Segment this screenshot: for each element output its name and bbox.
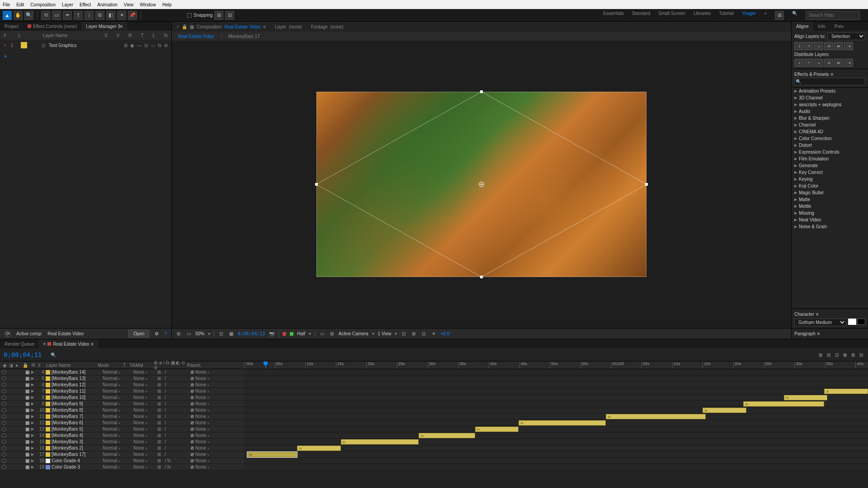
- parent-drop[interactable]: None ▾: [195, 420, 218, 425]
- visibility-toggle[interactable]: [2, 452, 6, 457]
- layer-bar[interactable]: In: [519, 420, 606, 426]
- expand-arrow[interactable]: ▶: [31, 459, 35, 463]
- blend-mode[interactable]: Normal ▾: [103, 414, 126, 419]
- trkmat[interactable]: None ▾: [133, 446, 156, 450]
- layer-color[interactable]: [46, 389, 50, 394]
- timeline-layer-row[interactable]: ▦▶12[MonkeyBars 6]Normal ▾None ▾⊞ / ⊘Non…: [0, 420, 868, 426]
- hand-tool[interactable]: ✋: [14, 11, 23, 20]
- fx-category[interactable]: ▶ Neat Video: [792, 216, 868, 223]
- align-hcenter[interactable]: ⫟: [804, 42, 813, 50]
- timeline-layer-row[interactable]: ▦▶19Color Grade 3Normal ▾None ▾⊞ / fx⊘No…: [0, 464, 868, 470]
- snap-opts2[interactable]: ⊟: [225, 11, 234, 20]
- roi-icon[interactable]: ▭: [319, 331, 325, 337]
- layer-color[interactable]: [46, 452, 50, 457]
- subtab-monkeybars[interactable]: MonkeyBars 17: [228, 34, 259, 39]
- anchor-point[interactable]: [479, 182, 484, 187]
- timeline-layer-row[interactable]: ▦▶5[MonkeyBars 13]Normal ▾None ▾⊞ / ⊘Non…: [0, 375, 868, 382]
- color-chip[interactable]: [21, 42, 27, 48]
- refresh-icon[interactable]: ⟳: [5, 331, 11, 337]
- blend-mode[interactable]: Normal ▾: [103, 376, 126, 381]
- visibility-toggle[interactable]: [2, 459, 6, 463]
- lock-icon[interactable]: 🔒: [182, 24, 187, 29]
- layer-switches[interactable]: ⊞ /: [157, 439, 189, 444]
- visibility-toggle[interactable]: [2, 433, 6, 438]
- parent-pick[interactable]: ⊘: [190, 465, 194, 469]
- parent-drop[interactable]: None ▾: [195, 433, 218, 438]
- trkmat[interactable]: None ▾: [133, 458, 156, 463]
- expand-arrow[interactable]: ▶: [31, 446, 35, 450]
- parent-drop[interactable]: None ▾: [195, 439, 218, 444]
- fx-category[interactable]: ▶ Expression Controls: [792, 149, 868, 155]
- layer-name[interactable]: [MonkeyBars 17]: [52, 452, 101, 457]
- link-icon2[interactable]: ⊘: [164, 43, 168, 48]
- fx-category[interactable]: ▶ Magic Bullet: [792, 189, 868, 196]
- menu-animation[interactable]: Animation: [97, 2, 117, 7]
- view-drop[interactable]: 1 View: [378, 331, 392, 336]
- open-button[interactable]: Open: [128, 330, 149, 338]
- expand-arrow[interactable]: ▶: [31, 389, 35, 393]
- selection-tool[interactable]: ▲: [3, 11, 12, 20]
- time-ruler[interactable]: :00s05s10s15s20s25s30s35s40s45s50s55s00;…: [244, 361, 868, 369]
- eye-icon[interactable]: ◉: [130, 43, 134, 48]
- visibility-toggle[interactable]: [2, 421, 6, 425]
- pen-tool[interactable]: ✒: [63, 11, 72, 20]
- parent-pick[interactable]: ⊘: [190, 458, 194, 463]
- parent-pick[interactable]: ⊘: [190, 370, 194, 375]
- layer-bar[interactable]: In: [297, 446, 341, 451]
- snapping-checkbox[interactable]: [187, 13, 192, 18]
- visibility-toggle[interactable]: [2, 465, 6, 469]
- visibility-toggle[interactable]: [2, 383, 6, 387]
- menu-file[interactable]: File: [3, 2, 10, 7]
- layer-name[interactable]: [MonkeyBars 8]: [52, 408, 101, 413]
- parent-pick[interactable]: ⊘: [190, 439, 194, 444]
- fx-category[interactable]: ▶ Keying: [792, 176, 868, 183]
- layer-switches[interactable]: ⊞ /: [157, 446, 189, 450]
- expand-arrow[interactable]: ▶: [31, 414, 35, 418]
- parent-drop[interactable]: None ▾: [195, 465, 218, 469]
- tab-info[interactable]: Info: [813, 22, 830, 31]
- trkmat[interactable]: None ▾: [133, 427, 156, 432]
- visibility-toggle[interactable]: [2, 389, 6, 394]
- visibility-toggle[interactable]: [2, 408, 6, 413]
- blend-mode[interactable]: Normal ▾: [103, 446, 126, 450]
- trkmat[interactable]: None ▾: [133, 414, 156, 419]
- visibility-toggle[interactable]: [2, 370, 6, 375]
- fx-category[interactable]: ▶ aescripts + aeplugins: [792, 101, 868, 108]
- clone-tool[interactable]: ⧉: [95, 11, 104, 20]
- dist-hcenter[interactable]: ⫢: [834, 59, 843, 67]
- tab-realestate-timeline[interactable]: × Real Estate Video ≡: [39, 339, 99, 348]
- workspace-more[interactable]: »: [764, 11, 767, 20]
- layer-switches[interactable]: ⊞ /: [157, 370, 189, 375]
- blend-mode[interactable]: Normal ▾: [103, 439, 126, 444]
- menu-layer[interactable]: Layer: [62, 2, 73, 7]
- fill-color[interactable]: [848, 319, 856, 325]
- layer-name[interactable]: [MonkeyBars 3]: [52, 439, 101, 444]
- blend-mode[interactable]: Normal ▾: [103, 420, 126, 425]
- trkmat[interactable]: None ▾: [133, 408, 156, 413]
- timeline-layer-row[interactable]: ▦▶17[MonkeyBars 17]Normal ▾None ▾⊞ / ⊘No…: [0, 451, 868, 458]
- layer-switches[interactable]: ⊞ / fx: [157, 465, 189, 469]
- parent-pick[interactable]: ⊘: [190, 452, 194, 457]
- align-vcenter[interactable]: ⫢: [834, 42, 843, 50]
- tl-icon1[interactable]: ⊞: [817, 352, 824, 358]
- fx-category[interactable]: ▶ Matte: [792, 196, 868, 203]
- viewer-timecode[interactable]: 0;00;04;13: [238, 331, 265, 336]
- expand-arrow[interactable]: ▶: [31, 383, 35, 387]
- fx-category[interactable]: ▶ Channel: [792, 122, 868, 128]
- timeline-layer-row[interactable]: ▦▶13[MonkeyBars 5]Normal ▾None ▾⊞ / ⊘Non…: [0, 426, 868, 432]
- layer-name[interactable]: [MonkeyBars 6]: [52, 420, 101, 425]
- fx-category[interactable]: ▶ Animation Presets: [792, 88, 868, 94]
- expand-arrow[interactable]: ▶: [31, 452, 35, 456]
- layer-color[interactable]: [46, 465, 50, 469]
- layer-switches[interactable]: ⊞ /: [157, 427, 189, 432]
- parent-pick[interactable]: ⊘: [190, 376, 194, 381]
- fx-category[interactable]: ▶ Mettle: [792, 203, 868, 210]
- workspace-smallscreen[interactable]: Small Screen: [658, 11, 685, 20]
- zoom-level[interactable]: 50%: [195, 331, 204, 336]
- solo-icon[interactable]: —: [137, 43, 142, 48]
- parent-drop[interactable]: None ▾: [195, 458, 218, 463]
- time-icon[interactable]: ⊡: [420, 331, 427, 337]
- tab-align[interactable]: Align ≡: [792, 22, 813, 31]
- timeline-layer-row[interactable]: ▦▶15[MonkeyBars 3]Normal ▾None ▾⊞ / ⊘Non…: [0, 439, 868, 445]
- trkmat[interactable]: None ▾: [133, 433, 156, 438]
